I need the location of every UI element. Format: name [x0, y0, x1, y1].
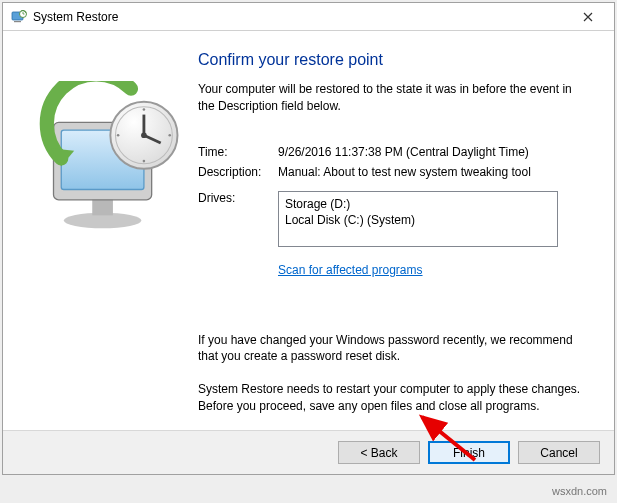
svg-point-13	[143, 160, 146, 163]
close-button[interactable]	[566, 4, 610, 30]
svg-rect-1	[14, 21, 21, 22]
titlebar: System Restore	[3, 3, 614, 31]
dialog-body: Confirm your restore point Your computer…	[3, 31, 614, 430]
page-subtext: Your computer will be restored to the st…	[198, 81, 584, 115]
svg-point-15	[168, 134, 171, 137]
description-label: Description:	[198, 165, 278, 179]
system-restore-icon	[38, 225, 193, 239]
drive-item: Local Disk (C:) (System)	[285, 212, 551, 229]
svg-point-14	[117, 134, 120, 137]
drives-row: Drives: Storage (D:) Local Disk (C:) (Sy…	[198, 191, 584, 247]
cancel-button[interactable]: Cancel	[518, 441, 600, 464]
attribution-text: wsxdn.com	[552, 485, 607, 497]
dialog-window: System Restore	[2, 2, 615, 475]
window-title: System Restore	[33, 10, 566, 24]
password-warning-text: If you have changed your Windows passwor…	[198, 332, 584, 366]
description-value: Manual: About to test new system tweakin…	[278, 165, 584, 179]
drives-list: Storage (D:) Local Disk (C:) (System)	[278, 191, 558, 247]
svg-point-11	[141, 132, 147, 138]
scan-affected-programs-link[interactable]: Scan for affected programs	[278, 263, 423, 277]
time-value: 9/26/2016 11:37:38 PM (Central Daylight …	[278, 145, 584, 159]
drives-label: Drives:	[198, 191, 278, 247]
restart-warning-text: System Restore needs to restart your com…	[198, 381, 584, 415]
page-heading: Confirm your restore point	[198, 51, 584, 69]
description-row: Description: Manual: About to test new s…	[198, 165, 584, 179]
time-label: Time:	[198, 145, 278, 159]
app-icon	[11, 9, 27, 25]
left-pane	[3, 31, 193, 430]
button-bar: < Back Finish Cancel	[3, 430, 614, 474]
info-table: Time: 9/26/2016 11:37:38 PM (Central Day…	[198, 145, 584, 247]
time-row: Time: 9/26/2016 11:37:38 PM (Central Day…	[198, 145, 584, 159]
svg-point-12	[143, 108, 146, 111]
content-pane: Confirm your restore point Your computer…	[193, 31, 614, 430]
finish-button[interactable]: Finish	[428, 441, 510, 464]
drive-item: Storage (D:)	[285, 196, 551, 213]
back-button[interactable]: < Back	[338, 441, 420, 464]
